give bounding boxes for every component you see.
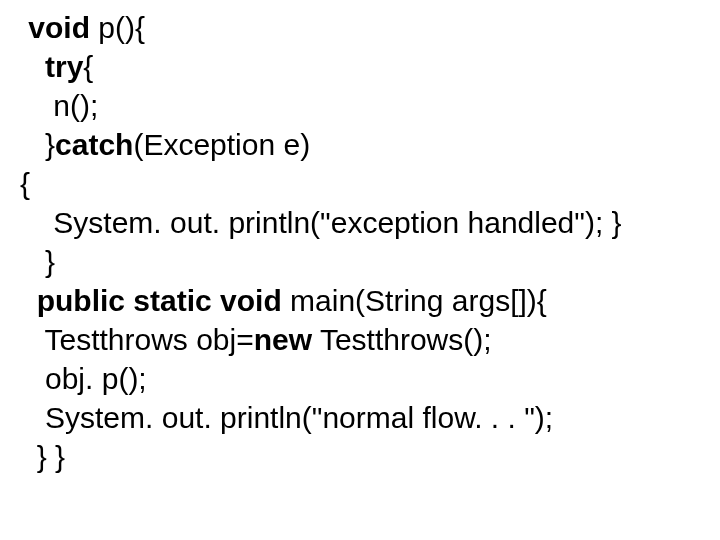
code-line: { [20,164,716,203]
code-line: try{ [20,47,716,86]
code-line: n(); [20,86,716,125]
code-text: (Exception e) [133,128,310,161]
code-text: { [20,167,30,200]
code-line: System. out. println("normal flow. . . "… [20,398,716,437]
keyword-text: public static void [20,284,282,317]
code-line: public static void main(String args[]){ [20,281,716,320]
code-line: } [20,242,716,281]
code-text: Testthrows obj= [20,323,254,356]
code-line: } } [20,437,716,476]
code-text: n(); [20,89,98,122]
keyword-text: new [254,323,312,356]
keyword-text: try [20,50,83,83]
code-line: obj. p(); [20,359,716,398]
code-text: System. out. println("exception handled"… [20,206,622,239]
code-text: } } [20,440,65,473]
code-snippet: void p(){ try{ n(); }catch(Exception e){… [0,0,720,476]
code-line: Testthrows obj=new Testthrows(); [20,320,716,359]
code-text: Testthrows(); [312,323,492,356]
code-text: obj. p(); [20,362,147,395]
code-text: } [20,128,55,161]
code-text: System. out. println("normal flow. . . "… [20,401,553,434]
keyword-text: catch [55,128,133,161]
code-text: main(String args[]){ [282,284,547,317]
code-line: System. out. println("exception handled"… [20,203,716,242]
code-line: void p(){ [20,8,716,47]
code-text: { [83,50,93,83]
code-line: }catch(Exception e) [20,125,716,164]
code-text: } [20,245,55,278]
keyword-text: void [20,11,90,44]
code-text: p(){ [90,11,145,44]
